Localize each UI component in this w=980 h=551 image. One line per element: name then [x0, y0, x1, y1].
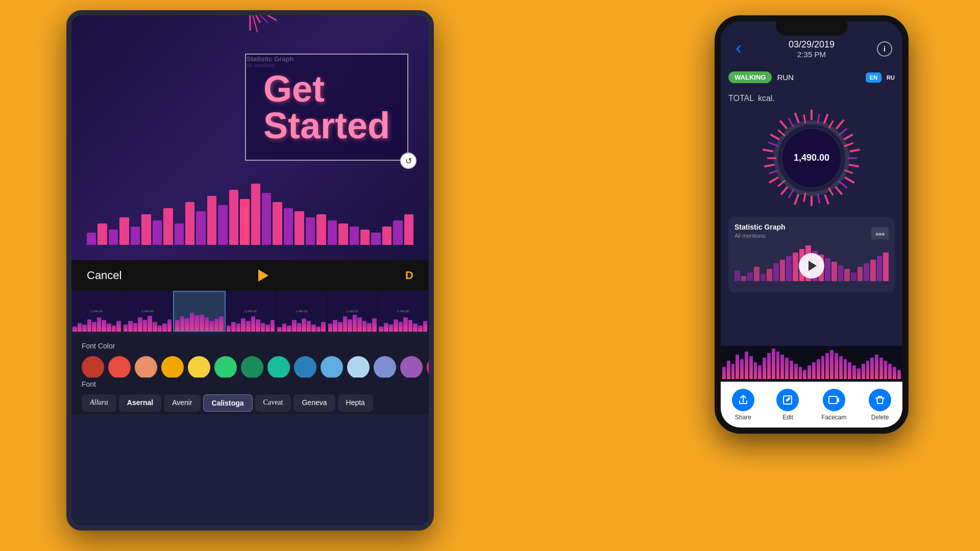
color-swatch-navy[interactable] [294, 356, 316, 379]
circular-chart-svg: 1,490.00 [761, 107, 863, 209]
color-swatches [82, 356, 419, 379]
tablet-screen: Statistic Graph All mentions: GetStarted… [71, 15, 429, 525]
color-swatch-light-blue[interactable] [347, 356, 370, 379]
svg-line-30 [825, 194, 828, 204]
phone-timeline[interactable] [721, 346, 902, 382]
color-swatch-green[interactable] [214, 356, 237, 379]
cancel-button[interactable]: Cancel [87, 269, 121, 282]
total-label: TOTAL [728, 94, 754, 103]
phone-back-button[interactable] [731, 41, 746, 57]
date-text: 03/29/2019 [789, 39, 835, 50]
svg-line-36 [781, 187, 788, 194]
timeline-frame[interactable]: 1,490.00 [122, 291, 174, 332]
svg-line-26 [845, 178, 854, 183]
phone-notch [776, 21, 847, 36]
font-color-label: Font Color [82, 342, 419, 350]
svg-line-39 [769, 170, 777, 173]
svg-line-24 [849, 165, 859, 166]
color-swatch-orange[interactable] [135, 356, 157, 379]
color-swatch-red[interactable] [108, 356, 131, 379]
color-swatch-periwinkle[interactable] [374, 356, 396, 379]
badge-run: RUN [777, 73, 794, 82]
font-item-asernal[interactable]: Asernal [119, 394, 161, 412]
edit-action[interactable]: Edit [776, 389, 799, 421]
delete-label: Delete [871, 414, 889, 421]
svg-line-16 [824, 114, 828, 124]
phone-stat-section: Statistic Graph All mentions: ■■■ [728, 217, 895, 292]
color-swatch-sky[interactable] [321, 356, 343, 379]
content-frame[interactable]: GetStarted ↺ [245, 54, 408, 161]
time-text: 2:35 PM [789, 50, 835, 59]
svg-line-10 [250, 15, 260, 23]
timeline-frame[interactable]: 1,490.00 [378, 291, 429, 332]
svg-line-38 [769, 178, 778, 183]
facecam-action[interactable]: Facecam [821, 389, 846, 421]
timeline-strip[interactable]: 1,490.00 1,490.00 [71, 291, 429, 332]
done-button[interactable]: D [405, 269, 413, 282]
phone-actions: Share Edit Facecam [721, 382, 902, 428]
badge-walking: WALKING [728, 71, 772, 83]
font-item-calistoga[interactable]: Calistoga [203, 394, 253, 412]
phone-stat-title: Statistic Graph [734, 223, 786, 231]
font-section: Font Allura Asernal Avenir Calistoga Cav… [71, 378, 429, 414]
facecam-icon [823, 389, 845, 411]
font-item-hepta[interactable]: Hepta [338, 394, 373, 412]
tablet-video-area: Statistic Graph All mentions: GetStarted… [71, 15, 429, 260]
svg-line-44 [770, 135, 779, 140]
color-swatch-teal[interactable] [267, 356, 290, 379]
phone-total: TOTAL kcal. [728, 88, 895, 105]
phone-info-button[interactable]: i [877, 41, 892, 57]
svg-line-20 [844, 135, 852, 140]
phone: 03/29/2019 2:35 PM i WALKING RUN EN RU T… [715, 15, 909, 434]
color-swatch-pink[interactable] [427, 356, 429, 379]
font-item-geneva[interactable]: Geneva [293, 394, 335, 412]
svg-line-42 [763, 149, 773, 152]
svg-line-47 [789, 118, 794, 127]
share-action[interactable]: Share [732, 389, 754, 421]
delete-icon [869, 389, 891, 411]
svg-line-40 [764, 165, 774, 166]
rotate-handle[interactable]: ↺ [400, 153, 416, 169]
delete-action[interactable]: Delete [869, 389, 891, 421]
color-swatch-purple[interactable] [400, 356, 423, 379]
phone-stat-subtitle: All mentions: [734, 233, 786, 239]
font-item-avenir[interactable]: Avenir [164, 394, 200, 412]
svg-line-27 [839, 181, 847, 188]
timeline-frame[interactable]: 1,490.00 [226, 291, 277, 332]
timeline-frame[interactable]: 1,490.00 [276, 291, 327, 332]
svg-line-22 [850, 149, 860, 151]
svg-line-43 [768, 142, 778, 146]
phone-play-circle[interactable] [799, 253, 824, 279]
font-item-allura[interactable]: Allura [82, 394, 116, 412]
timeline-frames: 1,490.00 1,490.00 [71, 291, 429, 332]
timeline-frame-selected[interactable] [173, 291, 226, 332]
phone-play-overlay[interactable] [799, 253, 824, 279]
svg-rect-53 [829, 396, 837, 404]
phone-content: WALKING RUN EN RU TOTAL kcal. [721, 64, 902, 346]
phone-circular-chart: 1,490.00 [761, 107, 863, 209]
tablet: Statistic Graph All mentions: GetStarted… [66, 10, 434, 531]
timeline-frame[interactable]: 1,490.00 [71, 291, 122, 332]
phone-date: 03/29/2019 2:35 PM [789, 39, 835, 59]
edit-icon [776, 389, 799, 411]
color-swatch-dark-green[interactable] [241, 356, 263, 379]
play-button[interactable] [254, 266, 273, 285]
timeline-frame[interactable]: 1,490.00 [327, 291, 378, 332]
badge-en[interactable]: EN [866, 72, 881, 83]
font-list: Allura Asernal Avenir Calistoga Caveat G… [82, 394, 419, 412]
svg-line-28 [836, 187, 842, 194]
font-item-caveat[interactable]: Caveat [255, 394, 291, 412]
svg-line-48 [795, 113, 799, 123]
color-swatch-amber[interactable] [161, 356, 184, 379]
svg-line-35 [789, 189, 794, 198]
share-label: Share [735, 414, 751, 421]
svg-line-31 [818, 194, 819, 204]
get-started-text: GetStarted [256, 65, 398, 149]
badge-ru[interactable]: RU [887, 74, 895, 81]
svg-line-19 [839, 129, 847, 135]
share-icon [732, 389, 754, 411]
color-swatch-red-dark[interactable] [82, 356, 104, 379]
play-icon [808, 261, 817, 271]
back-arrow-icon [733, 44, 744, 54]
color-swatch-yellow[interactable] [188, 356, 210, 379]
